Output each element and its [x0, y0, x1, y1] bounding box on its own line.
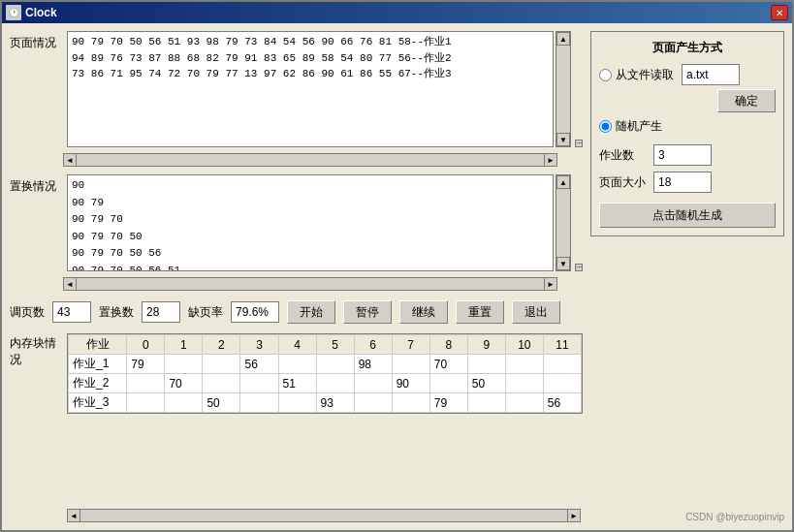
- memory-hscroll-left[interactable]: ◄: [67, 509, 80, 522]
- cell-job3-6: [354, 393, 392, 413]
- col-3: 3: [240, 335, 278, 355]
- cell-job1-9: [467, 355, 505, 374]
- 缺页率-input[interactable]: [231, 301, 279, 323]
- page-scroll-up[interactable]: ▲: [556, 32, 570, 46]
- title-bar: 🕐 Clock ✕: [2, 2, 792, 23]
- 调页数-label: 调页数: [10, 304, 45, 321]
- page-size-input[interactable]: [653, 172, 712, 193]
- cell-job2-11: [543, 374, 581, 393]
- col-4: 4: [278, 335, 316, 355]
- cell-job3-5: 93: [316, 393, 354, 413]
- continue-button[interactable]: 继续: [399, 300, 448, 324]
- close-button[interactable]: ✕: [771, 5, 788, 20]
- random-radio[interactable]: [599, 120, 612, 133]
- cell-job3-11: 56: [543, 393, 581, 413]
- col-9: 9: [467, 335, 505, 355]
- cell-job1-1: [165, 355, 203, 374]
- left-panel: 页面情况 ▲ ▼ ⋯ ◄ ►: [10, 31, 583, 522]
- cell-job1-5: [316, 355, 354, 374]
- random-gen-row: 随机产生: [599, 118, 776, 135]
- cell-job2-name: 作业_2: [69, 374, 127, 393]
- col-2: 2: [203, 335, 240, 355]
- cell-job3-3: [240, 393, 278, 413]
- replace-status-label: 置换情况: [10, 174, 63, 195]
- memory-table-header: 作业 0 1 2 3 4 5 6 7 8 9 1: [69, 335, 582, 355]
- cell-job1-7: [392, 355, 429, 374]
- replace-hscroll-left[interactable]: ◄: [63, 277, 77, 291]
- replace-scroll-down[interactable]: ▼: [556, 257, 570, 270]
- cell-job1-6: 98: [354, 355, 392, 374]
- cell-job2-9: 50: [467, 374, 505, 393]
- job-count-input[interactable]: [653, 144, 712, 166]
- window-title: Clock: [25, 6, 57, 19]
- right-panel: 页面产生方式 从文件读取 确定 随机产生 作业数: [590, 31, 784, 522]
- cell-job3-2: 50: [203, 393, 240, 413]
- page-status-section: 页面情况 ▲ ▼ ⋯: [10, 31, 583, 147]
- replace-scroll-up[interactable]: ▲: [556, 175, 570, 189]
- memory-area: 内存块情况 作业 0 1 2 3 4 5 6: [10, 333, 583, 503]
- col-11: 11: [543, 335, 581, 355]
- cell-job2-6: [354, 374, 392, 393]
- cell-job3-0: [127, 393, 165, 413]
- col-job: 作业: [69, 335, 127, 355]
- main-window: 🕐 Clock ✕ 页面情况 ▲ ▼ ⋯: [0, 0, 794, 532]
- cell-job2-8: [429, 374, 467, 393]
- cell-job2-1: 70: [165, 374, 203, 393]
- 缺页率-label: 缺页率: [188, 304, 223, 321]
- page-size-row: 页面大小: [599, 172, 776, 193]
- confirm-button[interactable]: 确定: [717, 89, 776, 112]
- table-row: 作业_2 70 51 90 50: [69, 374, 582, 393]
- cell-job3-1: [165, 393, 203, 413]
- cell-job1-2: [203, 355, 240, 374]
- replace-status-textarea[interactable]: [67, 174, 554, 271]
- page-size-label: 页面大小: [599, 174, 648, 191]
- page-hscroll-right[interactable]: ►: [544, 153, 557, 167]
- reset-button[interactable]: 重置: [456, 300, 504, 324]
- memory-table: 作业 0 1 2 3 4 5 6 7 8 9 1: [68, 334, 582, 413]
- random-gen-label: 随机产生: [616, 118, 662, 135]
- 置换数-label: 置换数: [99, 304, 134, 321]
- pause-button[interactable]: 暂停: [343, 300, 392, 324]
- page-scroll-down[interactable]: ▼: [556, 133, 570, 146]
- window-icon: 🕐: [6, 5, 21, 20]
- job-count-row: 作业数: [599, 144, 776, 166]
- col-8: 8: [429, 335, 467, 355]
- page-status-label: 页面情况: [10, 31, 63, 51]
- page-status-textarea[interactable]: [67, 31, 554, 147]
- table-row: 作业_1 79 56 98 70: [69, 355, 582, 374]
- from-file-label: 从文件读取: [616, 67, 674, 83]
- cell-job1-name: 作业_1: [69, 355, 127, 374]
- 调页数-input[interactable]: [52, 301, 91, 323]
- cell-job2-4: 51: [278, 374, 316, 393]
- cell-job1-0: 79: [127, 355, 165, 374]
- random-gen-button[interactable]: 点击随机生成: [599, 203, 776, 228]
- watermark: CSDN @biyezuopinvip: [590, 508, 784, 522]
- cell-job3-10: [505, 393, 543, 413]
- col-10: 10: [505, 335, 543, 355]
- cell-job3-name: 作业_3: [69, 393, 127, 413]
- memory-status-label: 内存块情况: [10, 333, 63, 368]
- cell-job2-7: 90: [392, 374, 429, 393]
- replace-status-section: 置换情况 ▲ ▼ ⋯: [10, 174, 583, 271]
- page-hscroll-left[interactable]: ◄: [63, 153, 77, 167]
- cell-job3-4: [278, 393, 316, 413]
- from-file-radio[interactable]: [599, 69, 612, 81]
- replace-scroll-corner[interactable]: ⋯: [575, 264, 583, 271]
- 置换数-input[interactable]: [142, 301, 180, 323]
- exit-button[interactable]: 退出: [512, 300, 560, 324]
- col-1: 1: [165, 335, 203, 355]
- cell-job1-10: [505, 355, 543, 374]
- cell-job2-2: [203, 374, 240, 393]
- file-name-input[interactable]: [682, 64, 740, 85]
- memory-hscroll-right[interactable]: ►: [567, 509, 581, 522]
- cell-job1-3: 56: [240, 355, 278, 374]
- col-6: 6: [354, 335, 392, 355]
- cell-job2-10: [505, 374, 543, 393]
- cell-job3-7: [392, 393, 429, 413]
- replace-hscroll-right[interactable]: ►: [544, 277, 557, 291]
- cell-job1-11: [543, 355, 581, 374]
- page-scroll-corner[interactable]: ⋯: [575, 140, 583, 147]
- content-area: 页面情况 ▲ ▼ ⋯ ◄ ►: [2, 23, 792, 530]
- col-0: 0: [127, 335, 165, 355]
- start-button[interactable]: 开始: [287, 300, 335, 324]
